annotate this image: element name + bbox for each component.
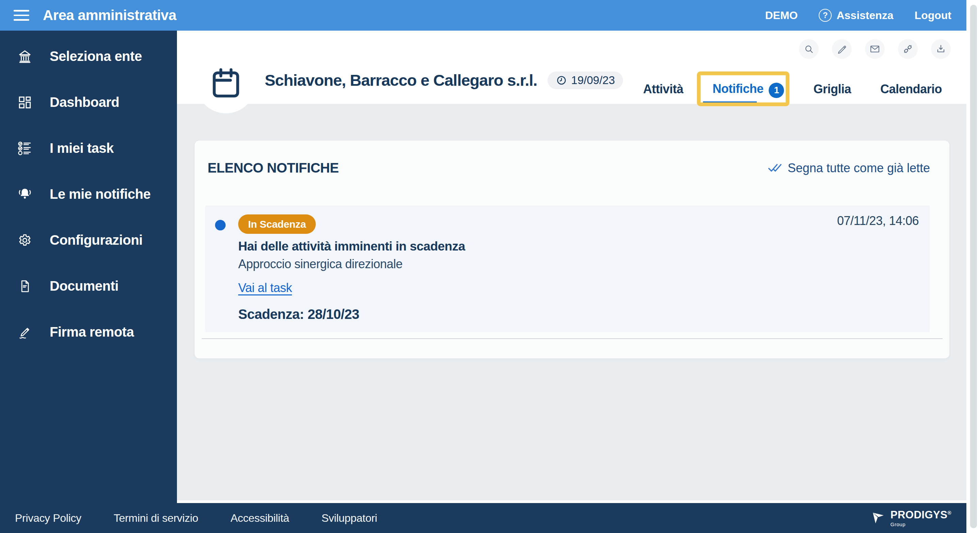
avatar	[196, 53, 256, 113]
sidebar-label: I miei task	[50, 140, 114, 156]
footer-link-sviluppatori[interactable]: Sviluppatori	[321, 512, 377, 525]
sidebar-label: Seleziona ente	[50, 49, 142, 64]
unread-dot	[215, 220, 226, 231]
double-check-icon	[768, 162, 782, 174]
notification-row: In Scadenza Hai delle attività imminenti…	[205, 205, 930, 332]
hamburger-icon	[14, 10, 29, 11]
date-pill: 19/09/23	[547, 72, 623, 89]
sidebar-label: Firma remota	[50, 325, 134, 340]
tab-calendario[interactable]: Calendario	[880, 82, 942, 104]
page-header: Schiavone, Barracco e Callegaro s.r.l. 1…	[177, 31, 966, 104]
gear-icon	[17, 232, 33, 248]
scrollbar-thumb[interactable]	[970, 5, 977, 528]
main-area: Schiavone, Barracco e Callegaro s.r.l. 1…	[177, 31, 966, 503]
footer-link-privacy[interactable]: Privacy Policy	[15, 512, 81, 525]
card-title: ELENCO NOTIFICHE	[208, 160, 339, 176]
row-divider	[202, 338, 943, 339]
tab-attivita[interactable]: Attività	[643, 82, 683, 104]
footer-links: Privacy Policy Termini di servizio Acces…	[15, 512, 377, 525]
mark-all-read-button[interactable]: Segna tutte come già lette	[768, 161, 930, 175]
document-icon	[17, 278, 33, 294]
prodigys-bird-icon	[872, 511, 885, 525]
prodigys-logo: PRODIGYS® Group	[872, 509, 951, 527]
notification-due-date: Scadenza: 28/10/23	[238, 307, 930, 322]
sidebar-label: Documenti	[50, 278, 118, 294]
assistance-button[interactable]: ? Assistenza	[819, 9, 893, 22]
connect-button[interactable]	[898, 39, 918, 59]
tab-label: Calendario	[880, 82, 942, 96]
notification-description: Approccio sinergica direzionale	[238, 257, 930, 271]
sidebar-item-seleziona-ente[interactable]: Seleziona ente	[0, 33, 177, 79]
bell-icon	[17, 186, 33, 202]
footer: Privacy Policy Termini di servizio Acces…	[0, 503, 966, 533]
bank-icon	[17, 49, 33, 64]
footer-link-termini[interactable]: Termini di servizio	[114, 512, 198, 525]
content-area: ELENCO NOTIFICHE Segna tutte come già le…	[177, 104, 966, 500]
app-window: Area amministrativa DEMO ? Assistenza Lo…	[0, 0, 966, 533]
brand-group-label: Group	[891, 522, 951, 527]
action-row	[799, 39, 951, 59]
connector-icon	[902, 43, 914, 55]
tab-griglia[interactable]: Griglia	[813, 82, 851, 104]
footer-link-accessibilita[interactable]: Accessibilità	[231, 512, 289, 525]
envelope-icon	[869, 43, 881, 55]
scrollbar-track[interactable]	[966, 0, 980, 533]
sidebar-item-configurazioni[interactable]: Configurazioni	[0, 217, 177, 263]
mark-all-read-label: Segna tutte come già lette	[788, 161, 930, 175]
assistance-label: Assistenza	[837, 9, 893, 22]
signature-pen-icon	[17, 325, 33, 340]
tab-notifiche[interactable]: Notifiche 1	[713, 81, 784, 104]
mail-button[interactable]	[865, 39, 885, 59]
tab-bar: Attività Notifiche 1 Griglia Calendario	[643, 81, 942, 104]
active-tab-underline	[703, 102, 757, 104]
topbar: Area amministrativa DEMO ? Assistenza Lo…	[0, 0, 966, 31]
sidebar-item-i-miei-task[interactable]: I miei task	[0, 125, 177, 171]
company-name: Schiavone, Barracco e Callegaro s.r.l.	[265, 71, 537, 89]
brand-name: PRODIGYS®	[891, 509, 951, 521]
notification-timestamp: 07/11/23, 14:06	[837, 214, 919, 228]
help-icon: ?	[819, 9, 832, 22]
tab-label: Attività	[643, 82, 683, 96]
user-menu[interactable]: DEMO	[765, 9, 798, 22]
dashboard-grid-icon	[17, 95, 33, 110]
header-date: 19/09/23	[571, 74, 615, 87]
app-title: Area amministrativa	[43, 7, 176, 24]
download-button[interactable]	[931, 39, 951, 59]
notifications-card: ELENCO NOTIFICHE Segna tutte come già le…	[195, 140, 950, 358]
task-list-icon	[17, 140, 33, 156]
sidebar-label: Dashboard	[50, 95, 119, 110]
search-button[interactable]	[799, 39, 819, 59]
sidebar-item-dashboard[interactable]: Dashboard	[0, 79, 177, 125]
edit-button[interactable]	[832, 39, 852, 59]
sidebar-item-documenti[interactable]: Documenti	[0, 263, 177, 309]
tab-label: Notifiche	[713, 82, 764, 96]
pencil-icon	[837, 44, 847, 54]
menu-button[interactable]	[14, 10, 29, 21]
pre-footer-gap	[177, 500, 966, 503]
clock-icon	[556, 75, 567, 86]
sidebar-label: Le mie notifiche	[50, 186, 151, 202]
notification-title: Hai delle attività imminenti in scadenza	[238, 239, 930, 254]
sidebar-item-firma-remota[interactable]: Firma remota	[0, 309, 177, 355]
topbar-right: DEMO ? Assistenza Logout	[765, 9, 951, 22]
tab-label: Griglia	[813, 82, 851, 96]
sidebar-item-le-mie-notifiche[interactable]: Le mie notifiche	[0, 171, 177, 217]
search-icon	[803, 44, 814, 54]
sidebar: Seleziona ente Dashboard	[0, 31, 177, 503]
status-badge: In Scadenza	[238, 215, 316, 234]
notification-count-badge: 1	[769, 83, 784, 98]
logout-button[interactable]: Logout	[915, 9, 951, 22]
sidebar-label: Configurazioni	[50, 232, 143, 248]
download-icon	[935, 44, 946, 54]
calendar-icon	[208, 65, 244, 102]
go-to-task-link[interactable]: Vai al task	[238, 281, 292, 295]
